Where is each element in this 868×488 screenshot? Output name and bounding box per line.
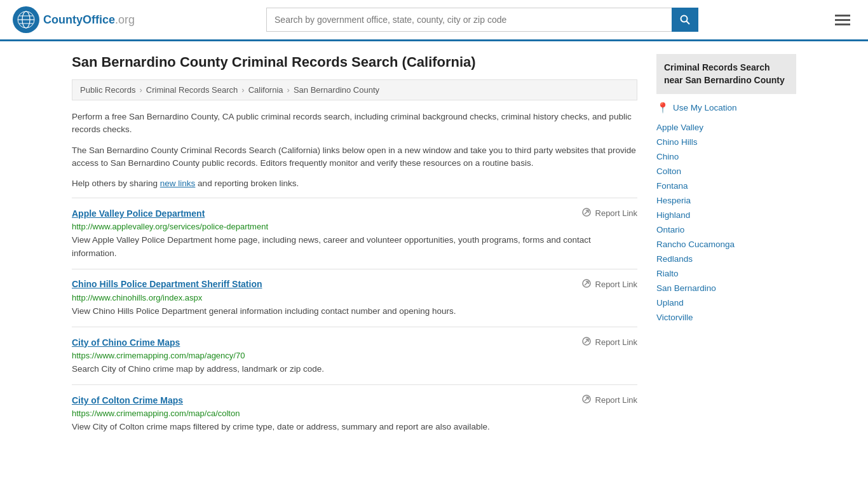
logo-area: CountyOffice.org xyxy=(13,6,135,33)
result-item: Apple Valley Police Department Report Li… xyxy=(72,198,637,269)
sidebar-city-fontana[interactable]: Fontana xyxy=(656,179,796,193)
result-desc-3: View City of Colton crime maps filtered … xyxy=(72,421,637,433)
breadcrumb-public-records[interactable]: Public Records xyxy=(80,85,135,95)
menu-bar-3 xyxy=(835,24,850,25)
menu-button[interactable] xyxy=(830,12,855,28)
report-icon-1 xyxy=(581,278,592,290)
result-url-1[interactable]: http://www.chinohills.org/index.aspx xyxy=(72,293,637,302)
menu-bar-1 xyxy=(835,15,850,17)
report-link-2[interactable]: Report Link xyxy=(581,336,637,348)
svg-line-12 xyxy=(585,281,588,285)
result-header-3: City of Colton Crime Maps Report Link xyxy=(72,394,637,406)
sidebar-city-chino[interactable]: Chino xyxy=(656,149,796,164)
sidebar-city-rancho-cucamonga[interactable]: Rancho Cucamonga xyxy=(656,237,796,252)
sidebar: Criminal Records Search near San Bernard… xyxy=(656,54,796,443)
sidebar-city-hesperia[interactable]: Hesperia xyxy=(656,193,796,208)
use-my-location[interactable]: 📍 Use My Location xyxy=(656,102,796,114)
report-icon-0 xyxy=(581,207,592,219)
breadcrumb: Public Records › Criminal Records Search… xyxy=(72,79,637,100)
report-link-0[interactable]: Report Link xyxy=(581,207,637,219)
report-label-1: Report Link xyxy=(595,280,637,289)
sidebar-city-rialto[interactable]: Rialto xyxy=(656,266,796,281)
logo-icon xyxy=(13,6,39,33)
result-desc-0: View Apple Valley Police Department home… xyxy=(72,234,637,260)
breadcrumb-sep-3: › xyxy=(287,85,290,95)
content-area: San Bernardino County Criminal Records S… xyxy=(72,54,637,443)
sidebar-city-colton[interactable]: Colton xyxy=(656,164,796,179)
report-link-3[interactable]: Report Link xyxy=(581,394,637,406)
report-label-2: Report Link xyxy=(595,337,637,347)
sidebar-title: Criminal Records Search near San Bernard… xyxy=(656,54,796,94)
svg-point-5 xyxy=(681,16,688,22)
description-3-pre: Help others by sharing xyxy=(72,179,160,188)
description-3-post: and reporting broken links. xyxy=(195,179,299,188)
sidebar-city-chino-hills[interactable]: Chino Hills xyxy=(656,135,796,149)
breadcrumb-california[interactable]: California xyxy=(248,85,283,95)
search-input[interactable] xyxy=(266,8,672,32)
result-title-3[interactable]: City of Colton Crime Maps xyxy=(72,395,183,405)
result-url-3[interactable]: https://www.crimemapping.com/map/ca/colt… xyxy=(72,409,637,418)
svg-line-16 xyxy=(585,339,588,343)
sidebar-cities-list: Apple ValleyChino HillsChinoColtonFontan… xyxy=(656,120,796,325)
svg-line-6 xyxy=(687,22,690,25)
sidebar-city-ontario[interactable]: Ontario xyxy=(656,222,796,237)
report-link-1[interactable]: Report Link xyxy=(581,278,637,290)
breadcrumb-criminal-records[interactable]: Criminal Records Search xyxy=(146,85,238,95)
page-title: San Bernardino County Criminal Records S… xyxy=(72,54,637,71)
results-container: Apple Valley Police Department Report Li… xyxy=(72,198,637,442)
svg-line-20 xyxy=(585,397,588,401)
result-title-0[interactable]: Apple Valley Police Department xyxy=(72,208,205,219)
result-title-2[interactable]: City of Chino Crime Maps xyxy=(72,337,180,348)
result-item: City of Chino Crime Maps Report Link htt… xyxy=(72,327,637,384)
breadcrumb-san-bernardino[interactable]: San Bernardino County xyxy=(294,85,379,95)
menu-bar-2 xyxy=(835,19,850,21)
breadcrumb-sep-2: › xyxy=(241,85,244,95)
location-icon: 📍 xyxy=(656,102,669,114)
result-title-1[interactable]: Chino Hills Police Department Sheriff St… xyxy=(72,279,262,289)
logo-text: CountyOffice.org xyxy=(43,13,135,27)
main-container: San Bernardino County Criminal Records S… xyxy=(53,41,815,456)
result-header-1: Chino Hills Police Department Sheriff St… xyxy=(72,278,637,290)
use-my-location-label: Use My Location xyxy=(673,103,737,112)
breadcrumb-sep-1: › xyxy=(139,85,142,95)
description-2: The San Bernardino County Criminal Recor… xyxy=(72,144,637,170)
report-icon-3 xyxy=(581,394,592,406)
sidebar-city-san-bernardino[interactable]: San Bernardino xyxy=(656,281,796,295)
result-url-2[interactable]: https://www.crimemapping.com/map/agency/… xyxy=(72,351,637,360)
report-icon-2 xyxy=(581,336,592,348)
result-url-0[interactable]: http://www.applevalley.org/services/poli… xyxy=(72,222,637,231)
search-area xyxy=(266,8,698,32)
description-3: Help others by sharing new links and rep… xyxy=(72,177,637,190)
svg-line-8 xyxy=(585,210,588,214)
result-desc-2: Search City of Chino crime map by addres… xyxy=(72,363,637,376)
new-links-link[interactable]: new links xyxy=(160,179,196,188)
result-header-0: Apple Valley Police Department Report Li… xyxy=(72,207,637,219)
result-item: Chino Hills Police Department Sheriff St… xyxy=(72,269,637,327)
header: CountyOffice.org xyxy=(0,0,868,41)
sidebar-city-redlands[interactable]: Redlands xyxy=(656,252,796,266)
search-button[interactable] xyxy=(672,8,698,32)
sidebar-city-victorville[interactable]: Victorville xyxy=(656,310,796,325)
sidebar-city-highland[interactable]: Highland xyxy=(656,208,796,222)
result-item: City of Colton Crime Maps Report Link ht… xyxy=(72,384,637,442)
result-header-2: City of Chino Crime Maps Report Link xyxy=(72,336,637,348)
result-desc-1: View Chino Hills Police Department gener… xyxy=(72,305,637,318)
sidebar-city-apple-valley[interactable]: Apple Valley xyxy=(656,120,796,135)
report-label-0: Report Link xyxy=(595,208,637,218)
description-1: Perform a free San Bernardino County, CA… xyxy=(72,111,637,137)
sidebar-city-upland[interactable]: Upland xyxy=(656,295,796,310)
report-label-3: Report Link xyxy=(595,395,637,405)
